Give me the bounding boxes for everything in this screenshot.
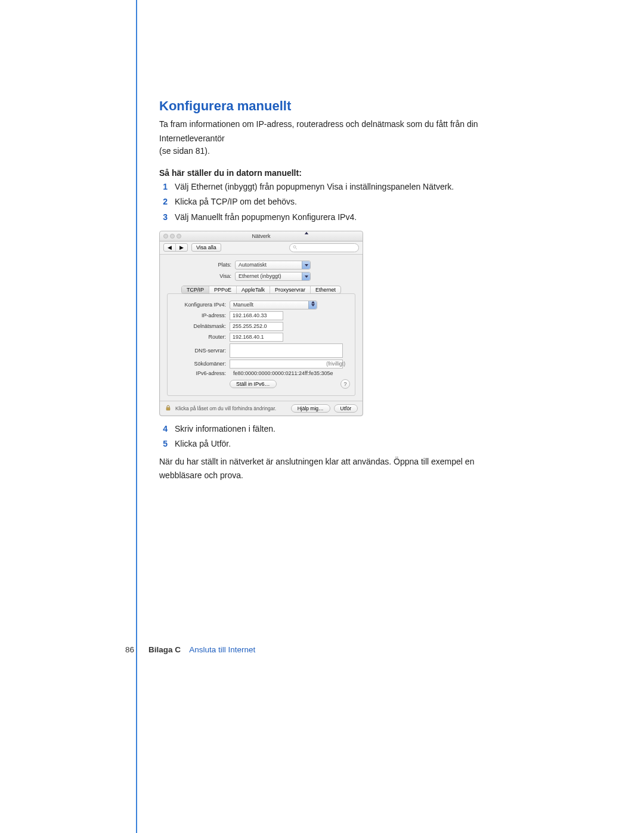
show-popup-value: Ethernet (inbyggt) — [239, 273, 281, 279]
toolbar: ◀ ▶ Visa alla — [160, 241, 363, 255]
show-label: Visa: — [160, 273, 231, 279]
ipv6-value: fe80:0000:0000:0000:0211:24ff:fe35:305e — [233, 370, 333, 376]
apply-button[interactable]: Utför — [334, 404, 358, 413]
zoom-icon[interactable] — [177, 234, 181, 239]
window-title: Nätverk — [160, 233, 363, 239]
router-field[interactable]: 192.168.40.1 — [230, 333, 283, 342]
step-3: 3 Välj Manuellt från popupmenyn Konfigur… — [159, 212, 529, 224]
router-label: Router: — [172, 334, 226, 340]
step-4-text: Skriv informationen i fälten. — [175, 423, 275, 435]
popup-caret-icon — [302, 272, 310, 280]
step-1: 1 Välj Ethernet (inbyggt) från popupmeny… — [159, 181, 529, 193]
appendix-label: Bilaga C — [148, 645, 181, 654]
intro-line-2: Internetleverantör — [159, 133, 529, 145]
show-all-button[interactable]: Visa alla — [191, 243, 221, 252]
location-label: Plats: — [160, 262, 231, 268]
vertical-rule — [136, 0, 137, 833]
step-3-text: Välj Manuellt från popupmenyn Konfigurer… — [175, 212, 357, 224]
popup-caret-icon — [302, 261, 310, 269]
subheading: Så här ställer du in datorn manuellt: — [159, 168, 529, 178]
steps-list: 1 Välj Ethernet (inbyggt) från popupmeny… — [159, 181, 529, 224]
tab-proxyservrar[interactable]: Proxyservrar — [270, 286, 310, 293]
step-4: 4 Skriv informationen i fälten. — [159, 423, 529, 435]
step-1-text: Välj Ethernet (inbyggt) från popupmenyn … — [175, 181, 454, 193]
network-pane: Nätverk ◀ ▶ Visa alla Plats: — [159, 231, 363, 416]
lock-icon[interactable] — [165, 404, 172, 413]
tab-tcpip[interactable]: TCP/IP — [182, 286, 209, 293]
step-4-number: 4 — [159, 423, 168, 435]
help-icon[interactable]: ? — [340, 379, 350, 389]
outro-line-1: När du har ställt in nätverket är anslut… — [159, 456, 529, 468]
tab-pppoe[interactable]: PPPoE — [209, 286, 236, 293]
tab-appletalk[interactable]: AppleTalk — [236, 286, 270, 293]
dns-field[interactable] — [230, 343, 343, 358]
close-icon[interactable] — [163, 234, 168, 239]
lock-text: Klicka på låset om du vill förhindra änd… — [175, 405, 276, 411]
page-number: 86 — [116, 645, 134, 654]
search-input[interactable] — [289, 243, 359, 252]
subnet-field[interactable]: 255.255.252.0 — [230, 322, 283, 331]
ip-label: IP-adress: — [172, 312, 226, 318]
step-5: 5 Klicka på Utför. — [159, 438, 529, 450]
back-button[interactable]: ◀ — [164, 244, 175, 251]
configure-label: Konfigurera IPv4: — [172, 302, 226, 308]
optional-hint: (frivilligt) — [326, 361, 345, 367]
svg-rect-2 — [166, 407, 170, 410]
dns-label: DNS-servrar: — [172, 348, 226, 354]
svg-line-1 — [296, 248, 298, 250]
window-traffic-lights — [163, 234, 181, 239]
steps-list-continued: 4 Skriv informationen i fälten. 5 Klicka… — [159, 423, 529, 450]
minimize-icon[interactable] — [170, 234, 175, 239]
step-3-number: 3 — [159, 212, 168, 224]
appendix-name: Ansluta till Internet — [189, 645, 255, 654]
popup-caret-icon — [308, 301, 317, 309]
tabs-bar: TCP/IP PPPoE AppleTalk Proxyservrar Ethe… — [167, 286, 355, 294]
nav-back-forward[interactable]: ◀ ▶ — [163, 243, 188, 252]
ipv6-label: IPv6-adress: — [172, 370, 226, 376]
ip-field[interactable]: 192.168.40.33 — [230, 311, 283, 320]
tab-ethernet[interactable]: Ethernet — [310, 286, 340, 293]
configure-ipv6-button[interactable]: Ställ in IPv6… — [230, 380, 277, 388]
configure-popup[interactable]: Manuellt — [230, 301, 317, 309]
svg-point-0 — [293, 246, 296, 248]
configure-popup-value: Manuellt — [233, 302, 253, 308]
forward-button[interactable]: ▶ — [175, 244, 187, 251]
step-2-number: 2 — [159, 196, 168, 208]
location-popup-value: Automatiskt — [239, 262, 267, 268]
outro-line-2: webbläsare och prova. — [159, 470, 529, 482]
show-popup[interactable]: Ethernet (inbyggt) — [235, 272, 311, 281]
pane-bottom-strip: Klicka på låset om du vill förhindra änd… — [160, 401, 363, 416]
location-popup[interactable]: Automatiskt — [235, 261, 311, 270]
window-titlebar: Nätverk — [160, 231, 363, 241]
step-2: 2 Klicka på TCP/IP om det behövs. — [159, 196, 529, 208]
subnet-label: Delnätsmask: — [172, 323, 226, 329]
page-title: Konfigurera manuellt — [159, 98, 529, 114]
network-pane-screenshot: Nätverk ◀ ▶ Visa alla Plats: — [159, 231, 529, 416]
page-footer: 86 Bilaga C Ansluta till Internet — [116, 645, 255, 654]
help-me-button[interactable]: Hjälp mig… — [291, 404, 330, 413]
intro-line-1: Ta fram informationen om IP-adress, rout… — [159, 119, 529, 131]
search-domains-label: Sökdomäner: — [172, 361, 226, 367]
step-1-number: 1 — [159, 181, 168, 193]
step-2-text: Klicka på TCP/IP om det behövs. — [175, 196, 297, 208]
intro-line-3: (se sidan 81). — [159, 145, 529, 157]
step-5-number: 5 — [159, 438, 168, 450]
tcpip-panel: Konfigurera IPv4: Manuellt IP-adress: 19… — [167, 293, 355, 396]
step-5-text: Klicka på Utför. — [175, 438, 231, 450]
search-icon — [293, 245, 298, 250]
